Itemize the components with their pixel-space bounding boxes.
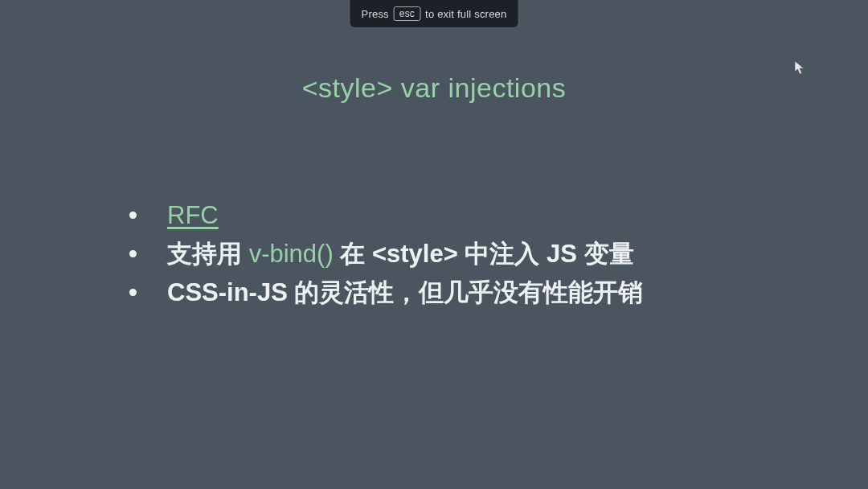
bullet-item: RFC bbox=[129, 196, 868, 235]
rfc-link[interactable]: RFC bbox=[167, 201, 219, 229]
bullet-item: 支持用 v-bind() 在 <style> 中注入 JS 变量 bbox=[129, 235, 868, 273]
hint-press: Press bbox=[362, 8, 389, 20]
fullscreen-exit-hint: Press esc to exit full screen bbox=[350, 0, 518, 27]
esc-key-badge: esc bbox=[394, 6, 420, 21]
presentation-slide: <style> var injections RFC支持用 v-bind() 在… bbox=[0, 0, 868, 489]
bullet-text: 支持用 bbox=[167, 240, 249, 268]
bullet-text: CSS-in-JS 的灵活性，但几乎没有性能开销 bbox=[167, 278, 643, 306]
bullet-item: CSS-in-JS 的灵活性，但几乎没有性能开销 bbox=[129, 273, 868, 312]
bullet-text: 在 <style> 中注入 JS 变量 bbox=[334, 240, 634, 268]
slide-bullets: RFC支持用 v-bind() 在 <style> 中注入 JS 变量CSS-i… bbox=[0, 196, 868, 312]
hint-rest: to exit full screen bbox=[425, 8, 506, 20]
accent-text: v-bind() bbox=[249, 240, 334, 268]
slide-title: <style> var injections bbox=[0, 72, 868, 104]
